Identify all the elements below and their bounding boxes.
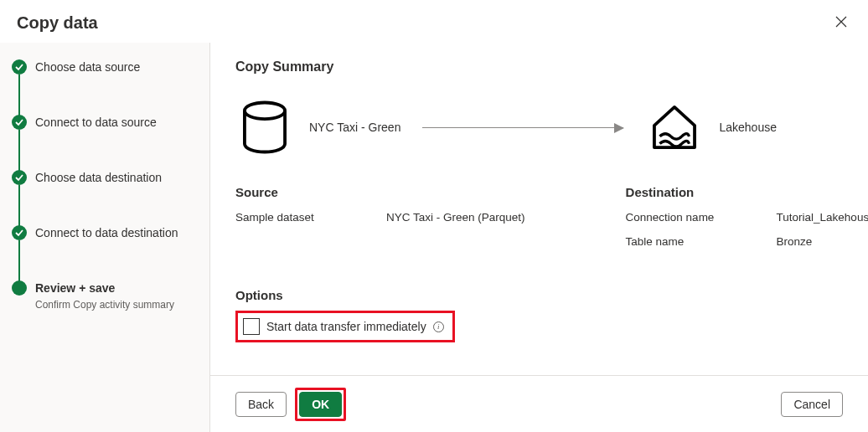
check-icon: [12, 59, 27, 75]
cancel-button[interactable]: Cancel: [781, 392, 843, 417]
checkbox-label: Start data transfer immediately: [266, 320, 426, 333]
database-icon: [235, 98, 294, 157]
destination-name: Lakehouse: [719, 121, 777, 134]
source-column: Source Sample dataset NYC Taxi - Green (…: [235, 185, 525, 260]
info-icon[interactable]: i: [433, 321, 444, 332]
step-label: Choose data source: [35, 59, 209, 75]
detail-key: Connection name: [626, 211, 777, 224]
detail-row: Table name Bronze: [626, 235, 868, 248]
source-heading: Source: [235, 185, 525, 199]
options-heading: Options: [235, 288, 843, 302]
ok-button[interactable]: OK: [299, 392, 342, 417]
detail-value: NYC Taxi - Green (Parquet): [386, 211, 525, 224]
dialog-title: Copy data: [17, 13, 98, 33]
options-section: Options Start data transfer immediately …: [235, 288, 843, 342]
step-sublabel: Confirm Copy activity summary: [35, 299, 209, 311]
detail-row: Connection name Tutorial_Lakehouse: [626, 211, 868, 224]
step-choose-data-destination[interactable]: Choose data destination: [12, 170, 209, 185]
check-icon: [12, 170, 27, 185]
detail-key: Table name: [626, 235, 777, 248]
panel-title: Copy Summary: [235, 59, 843, 75]
dialog-header: Copy data: [0, 0, 868, 43]
check-icon: [12, 115, 27, 130]
step-connect-to-data-source[interactable]: Connect to data source: [12, 115, 209, 130]
option-highlight: Start data transfer immediately i: [235, 311, 455, 342]
destination-heading: Destination: [626, 185, 868, 199]
detail-value: Bronze: [777, 235, 813, 248]
step-label: Connect to data destination: [35, 225, 209, 240]
close-button[interactable]: [831, 12, 851, 34]
current-step-icon: [12, 280, 27, 296]
wizard-sidebar: Choose data source Connect to data sourc…: [0, 43, 210, 432]
main-panel: Copy Summary NYC Taxi - Green Lakehouse …: [210, 43, 868, 432]
summary-diagram: NYC Taxi - Green Lakehouse: [235, 98, 843, 157]
destination-column: Destination Connection name Tutorial_Lak…: [626, 185, 868, 260]
start-transfer-checkbox[interactable]: [243, 318, 260, 335]
details-section: Source Sample dataset NYC Taxi - Green (…: [235, 185, 843, 260]
close-icon: [834, 15, 848, 28]
svg-point-0: [245, 102, 285, 119]
step-label: Review + save: [35, 280, 209, 296]
detail-value: Tutorial_Lakehouse: [777, 211, 868, 224]
lakehouse-icon: [645, 98, 704, 157]
step-connect-to-data-destination[interactable]: Connect to data destination: [12, 225, 209, 240]
back-button[interactable]: Back: [235, 392, 287, 417]
detail-row: Sample dataset NYC Taxi - Green (Parquet…: [235, 211, 525, 224]
step-review-save[interactable]: Review + save Confirm Copy activity summ…: [12, 280, 209, 311]
dialog-footer: Back OK Cancel: [210, 375, 868, 432]
step-choose-data-source[interactable]: Choose data source: [12, 59, 209, 75]
step-label: Choose data destination: [35, 170, 209, 185]
ok-highlight: OK: [295, 388, 346, 421]
source-name: NYC Taxi - Green: [309, 121, 400, 134]
step-label: Connect to data source: [35, 115, 209, 130]
check-icon: [12, 225, 27, 240]
arrow-icon: [422, 127, 623, 128]
detail-key: Sample dataset: [235, 211, 386, 224]
